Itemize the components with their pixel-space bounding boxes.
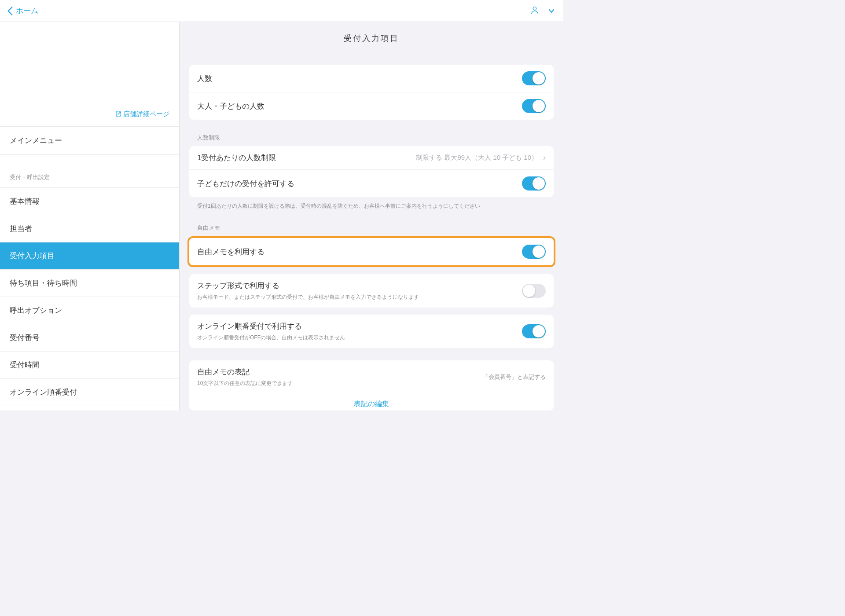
page-title: 受付入力項目	[180, 22, 563, 65]
chevron-down-icon[interactable]	[548, 7, 555, 15]
row-memo-enable: 自由メモを利用する	[189, 238, 554, 265]
sidebar-item-input-fields[interactable]: 受付入力項目	[0, 242, 179, 270]
memo-display-edit-link[interactable]: 表記の編集	[189, 394, 554, 411]
back-label: ホーム	[16, 6, 38, 16]
row-limit-per-reception[interactable]: 1受付あたりの人数制限 制限する 最大99人（大人 10 子ども 10） ›	[189, 146, 554, 170]
memo-online-label: オンライン順番受付で利用する	[197, 321, 345, 331]
memo-online-toggle[interactable]	[522, 324, 546, 338]
memo-display-value: 「会員番号」と表記する	[483, 373, 546, 381]
limit-value-text: 制限する 最大99人（大人 10 子ども 10）	[416, 154, 538, 162]
user-icon[interactable]	[530, 5, 540, 16]
sidebar-item-ticket-number[interactable]: 受付番号	[0, 324, 179, 352]
memo-enable-label: 自由メモを利用する	[197, 247, 265, 257]
store-detail-link-label: 店舗詳細ページ	[123, 110, 169, 117]
memo-step-label: ステップ形式で利用する	[197, 281, 419, 291]
row-memo-step: ステップ形式で利用する お客様モード、またはステップ形式の受付で、お客様が自由メ…	[189, 274, 554, 308]
row-people-count: 人数	[189, 65, 554, 92]
row-memo-display: 自由メモの表記 10文字以下の任意の表記に変更できます 「会員番号」と表記する	[189, 360, 554, 394]
row-adults-children: 大人・子どもの人数	[189, 92, 554, 120]
sidebar-main-menu[interactable]: メインメニュー	[0, 127, 179, 155]
memo-enable-toggle[interactable]	[522, 245, 546, 259]
memo-enable-highlight: 自由メモを利用する	[187, 236, 555, 267]
limit-help-text: 受付1回あたりの人数に制限を設ける際は、受付時の混乱を防ぐため、お客様へ事前にご…	[197, 202, 546, 210]
memo-step-toggle[interactable]	[522, 284, 546, 298]
chevron-left-icon	[7, 6, 13, 16]
back-button[interactable]: ホーム	[7, 6, 38, 16]
people-count-toggle[interactable]	[522, 71, 546, 85]
memo-step-group: ステップ形式で利用する お客様モード、またはステップ形式の受付で、お客様が自由メ…	[189, 274, 554, 308]
sidebar-item-basic-info[interactable]: 基本情報	[0, 188, 179, 215]
limit-section-header: 人数制限	[197, 134, 546, 142]
adults-children-toggle[interactable]	[522, 99, 546, 113]
sidebar-item-reception-time[interactable]: 受付時間	[0, 352, 179, 379]
sidebar-item-call-options[interactable]: 呼出オプション	[0, 297, 179, 324]
sidebar-item-ticket-coupon[interactable]: 受付券・クーポン	[0, 406, 179, 411]
adults-children-label: 大人・子どもの人数	[197, 101, 265, 111]
memo-display-sub: 10文字以下の任意の表記に変更できます	[197, 380, 293, 387]
sidebar-item-online-queue[interactable]: オンライン順番受付	[0, 379, 179, 406]
memo-step-sub: お客様モード、またはステップ形式の受付で、お客様が自由メモを入力できるようになり…	[197, 293, 419, 301]
limit-group: 1受付あたりの人数制限 制限する 最大99人（大人 10 子ども 10） › 子…	[189, 146, 554, 197]
top-bar: ホーム	[0, 0, 563, 22]
limit-value-display: 制限する 最大99人（大人 10 子ども 10） ›	[416, 153, 546, 162]
row-memo-online: オンライン順番受付で利用する オンライン順番受付がOFFの場合、自由メモは表示さ…	[189, 315, 554, 348]
limit-label: 1受付あたりの人数制限	[197, 153, 276, 163]
content-area: 受付入力項目 人数 大人・子どもの人数 人数制限 1受付あたりの人数制限 制限す…	[180, 22, 563, 411]
top-right-controls	[530, 5, 555, 16]
sidebar: 店舗詳細ページ メインメニュー 受付・呼出設定 基本情報 担当者 受付入力項目 …	[0, 22, 180, 411]
sidebar-item-wait-items[interactable]: 待ち項目・待ち時間	[0, 270, 179, 297]
chevron-right-icon: ›	[543, 153, 546, 162]
memo-display-group: 自由メモの表記 10文字以下の任意の表記に変更できます 「会員番号」と表記する …	[189, 360, 554, 411]
memo-online-group: オンライン順番受付で利用する オンライン順番受付がOFFの場合、自由メモは表示さ…	[189, 315, 554, 348]
children-only-toggle[interactable]	[522, 176, 546, 191]
row-children-only: 子どもだけの受付を許可する	[189, 170, 554, 197]
people-count-label: 人数	[197, 73, 212, 84]
people-count-group: 人数 大人・子どもの人数	[189, 65, 554, 120]
memo-display-title: 自由メモの表記	[197, 367, 293, 377]
store-detail-link[interactable]: 店舗詳細ページ	[0, 22, 179, 127]
sidebar-item-staff[interactable]: 担当者	[0, 215, 179, 242]
memo-online-sub: オンライン順番受付がOFFの場合、自由メモは表示されません	[197, 334, 345, 341]
memo-section-header: 自由メモ	[197, 224, 546, 232]
svg-point-0	[533, 7, 536, 10]
external-link-icon	[115, 111, 121, 118]
children-only-label: 子どもだけの受付を許可する	[197, 179, 294, 189]
sidebar-section-label: 受付・呼出設定	[0, 155, 179, 188]
